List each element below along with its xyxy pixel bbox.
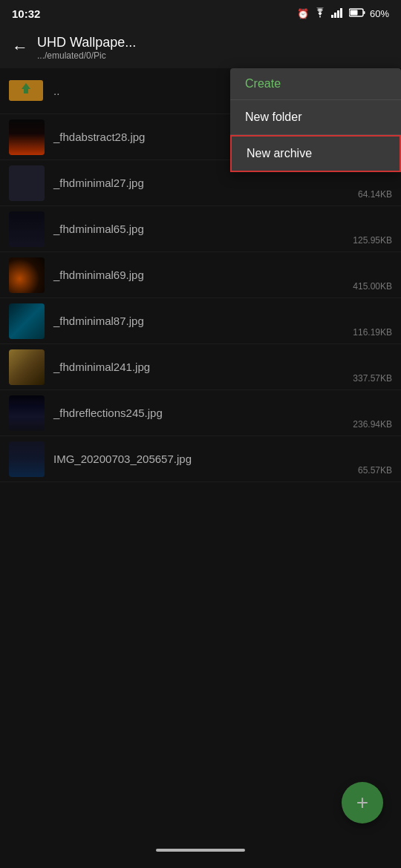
svg-rect-2 [337,10,339,18]
status-time: 10:32 [12,7,40,20]
new-archive-label: New archive [247,147,312,160]
svg-rect-6 [350,10,357,15]
status-bar: 10:32 ⏰ [0,0,401,27]
wifi-icon [313,7,327,20]
toolbar: ← UHD Wallpape... .../emulated/0/Pic [0,27,401,68]
svg-rect-0 [331,15,333,18]
battery-percent: 60% [370,8,389,19]
svg-rect-3 [340,8,342,18]
battery-icon [349,8,365,19]
signal-icon [331,7,345,20]
svg-rect-5 [363,11,365,14]
dropdown-menu: Create New folder New archive [230,68,401,172]
toolbar-title-sub: .../emulated/0/Pic [37,50,136,61]
status-icons: ⏰ 60% [297,7,389,20]
new-archive-item[interactable]: New archive [230,135,401,172]
new-folder-item[interactable]: New folder [230,100,401,135]
dropdown-overlay[interactable] [0,68,401,868]
svg-rect-1 [334,13,336,18]
toolbar-title-main: UHD Wallpape... [37,35,136,50]
new-folder-label: New folder [245,111,301,124]
alarm-icon: ⏰ [297,8,309,19]
dropdown-header: Create [230,68,401,100]
toolbar-title: UHD Wallpape... .../emulated/0/Pic [37,35,136,61]
back-button[interactable]: ← [12,38,28,57]
